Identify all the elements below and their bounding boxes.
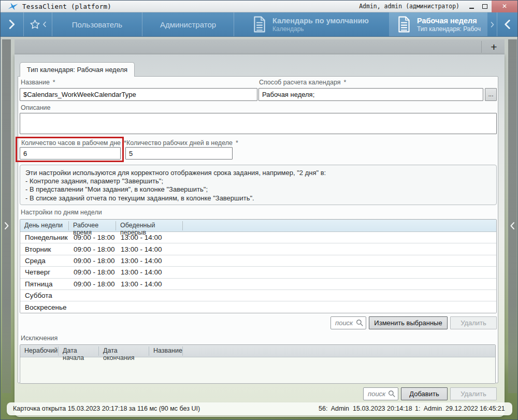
menu-tab-admin-label: Администратор bbox=[160, 20, 216, 29]
add-button[interactable]: + bbox=[483, 39, 505, 54]
main-navbar: Пользователь Администратор Календарь по … bbox=[1, 12, 517, 37]
card-tab-default-calendar[interactable]: Календарь по умолчанию Календарь bbox=[234, 12, 389, 36]
document-icon bbox=[397, 16, 411, 33]
status-created: 1: Admin 29.12.2022 16:45:21 bbox=[415, 405, 505, 412]
description-field-label: Описание bbox=[21, 104, 51, 111]
exceptions-add-button[interactable]: Добавить bbox=[401, 387, 448, 400]
table-row[interactable]: Пятница 09:00 - 18:00 13:00 - 14:00 bbox=[20, 279, 496, 290]
column-header-name[interactable]: Название bbox=[149, 346, 183, 356]
card-tab-subtitle: Тип календаря: Рабоч bbox=[417, 25, 484, 33]
weekdays-table: День недели Рабочее время Обеденный пере… bbox=[20, 219, 497, 313]
table-row[interactable]: Вторник 09:00 - 18:00 13:00 - 14:00 bbox=[20, 243, 496, 255]
edit-selected-button[interactable]: Изменить выбранные bbox=[369, 316, 448, 329]
current-user-label: Admin, admin (администратор) bbox=[359, 3, 459, 10]
cell-lunch-break: 13:00 - 14:00 bbox=[116, 268, 183, 276]
column-header-filler bbox=[183, 221, 496, 230]
days-per-week-input[interactable] bbox=[125, 147, 233, 160]
cell-work-time: 09:00 - 18:00 bbox=[69, 234, 116, 241]
star-icon bbox=[29, 19, 41, 31]
weekdays-search bbox=[330, 316, 366, 329]
cell-day: Среда bbox=[20, 257, 69, 265]
app-window: TessaClient (platform) Admin, admin (адм… bbox=[0, 0, 518, 420]
close-icon: ✕ bbox=[502, 3, 507, 10]
nav-collapse-left-button[interactable] bbox=[1, 12, 23, 36]
column-header-non-working[interactable]: Нерабочий bbox=[20, 346, 59, 356]
close-button[interactable]: ✕ bbox=[492, 1, 517, 12]
hours-per-day-input[interactable] bbox=[20, 147, 121, 160]
info-line: - В представлении "Мои задания", в колон… bbox=[25, 185, 491, 194]
name-input[interactable] bbox=[20, 88, 257, 101]
table-row[interactable]: Воскресенье bbox=[20, 301, 496, 313]
browse-button[interactable]: ... bbox=[485, 88, 497, 101]
info-line: Эти настройки используются для корректно… bbox=[25, 169, 491, 177]
column-header-lunch-break[interactable]: Обеденный перерыв bbox=[116, 221, 183, 230]
hours-per-day-field-label: Количество часов в рабочем дне* bbox=[21, 139, 126, 147]
cell-work-time: 09:00 - 18:00 bbox=[69, 245, 116, 253]
chevron-left-icon bbox=[503, 19, 511, 30]
cell-work-time: 09:00 - 18:00 bbox=[69, 268, 116, 276]
favorites-button[interactable] bbox=[24, 12, 52, 36]
chevron-right-small-icon bbox=[491, 22, 494, 27]
exceptions-search bbox=[363, 387, 398, 400]
info-line: - В списке заданий отчета по текущим зад… bbox=[25, 194, 491, 202]
menu-tab-admin[interactable]: Администратор bbox=[142, 12, 234, 36]
minimize-button[interactable] bbox=[465, 1, 478, 12]
expand-right-icon bbox=[3, 222, 10, 230]
info-line: - Контроле задания, параметр "Завершить"… bbox=[25, 177, 491, 185]
calc-method-input[interactable] bbox=[258, 88, 483, 101]
left-panel-handle[interactable] bbox=[2, 39, 11, 393]
column-header-start-date[interactable]: Дата начала bbox=[59, 346, 99, 356]
exceptions-section-title: Исключения bbox=[21, 335, 57, 342]
table-row[interactable]: Среда 09:00 - 18:00 13:00 - 14:00 bbox=[20, 255, 496, 267]
document-icon bbox=[253, 16, 266, 33]
card-tab-work-week[interactable]: Рабочая неделя Тип календаря: Рабоч bbox=[389, 12, 487, 36]
table-row[interactable]: Понедельник 09:00 - 18:00 13:00 - 14:00 bbox=[20, 232, 496, 243]
search-icon bbox=[356, 319, 364, 327]
menu-tab-user-label: Пользователь bbox=[72, 20, 122, 29]
exceptions-delete-button[interactable]: Удалить bbox=[450, 387, 497, 400]
cell-day: Понедельник bbox=[20, 234, 69, 241]
weekdays-table-header: День недели Рабочее время Обеденный пере… bbox=[20, 220, 496, 232]
name-field-label: Название* bbox=[21, 79, 55, 86]
status-bar: Карточка открыта 15.03.2023 20:17:18 за … bbox=[7, 402, 512, 415]
maximize-button[interactable] bbox=[478, 1, 492, 12]
app-logo-icon bbox=[8, 2, 18, 10]
search-icon bbox=[388, 390, 396, 398]
cell-lunch-break: 13:00 - 14:00 bbox=[116, 257, 183, 265]
tab-overflow-button[interactable] bbox=[487, 12, 497, 36]
cell-day: Воскресенье bbox=[20, 303, 69, 311]
form-tab-label: Тип календаря: Рабочая неделя bbox=[27, 66, 127, 74]
card-toolbar: + bbox=[15, 39, 505, 54]
cell-work-time: 09:00 - 18:00 bbox=[69, 257, 116, 265]
description-textarea[interactable] bbox=[20, 113, 497, 134]
exceptions-table-header: Нерабочий Дата начала Дата окончания Наз… bbox=[20, 345, 495, 357]
table-row[interactable]: Четверг 09:00 - 18:00 13:00 - 14:00 bbox=[20, 267, 496, 278]
favorites-collapse-icon bbox=[42, 21, 47, 27]
calc-method-field-label: Способ расчета календаря* bbox=[259, 79, 346, 86]
card-tab-subtitle: Календарь bbox=[272, 25, 369, 33]
cell-day: Пятница bbox=[20, 280, 69, 288]
toolbar-divider bbox=[481, 41, 482, 53]
expand-left-icon bbox=[509, 222, 516, 230]
nav-collapse-right-button[interactable] bbox=[497, 12, 517, 36]
table-row[interactable]: Суббота bbox=[20, 290, 496, 301]
title-bar: TessaClient (platform) Admin, admin (адм… bbox=[1, 1, 517, 12]
cell-day: Четверг bbox=[20, 268, 69, 276]
weekdays-table-body: Понедельник 09:00 - 18:00 13:00 - 14:00 … bbox=[20, 232, 496, 313]
right-panel-handle[interactable] bbox=[508, 39, 517, 393]
cell-work-time: 09:00 - 18:00 bbox=[69, 280, 116, 288]
status-modified: 56: Admin 15.03.2023 20:14:18 bbox=[319, 405, 412, 412]
form-tab-calendar-type[interactable]: Тип календаря: Рабочая неделя bbox=[20, 62, 135, 77]
weekdays-delete-button[interactable]: Удалить bbox=[450, 316, 497, 329]
exceptions-table: Нерабочий Дата начала Дата окончания Наз… bbox=[20, 344, 496, 384]
menu-tab-user[interactable]: Пользователь bbox=[52, 12, 142, 36]
cell-lunch-break: 13:00 - 14:00 bbox=[116, 280, 183, 288]
chevron-right-icon bbox=[8, 19, 16, 30]
column-header-end-date[interactable]: Дата окончания bbox=[99, 346, 149, 356]
column-header-filler bbox=[183, 346, 495, 356]
card-tab-title: Календарь по умолчанию bbox=[272, 17, 369, 25]
column-header-day[interactable]: День недели bbox=[20, 221, 69, 230]
column-header-work-time[interactable]: Рабочее время bbox=[69, 221, 116, 230]
info-box: Эти настройки используются для корректно… bbox=[20, 165, 497, 205]
cell-lunch-break: 13:00 - 14:00 bbox=[116, 234, 183, 241]
